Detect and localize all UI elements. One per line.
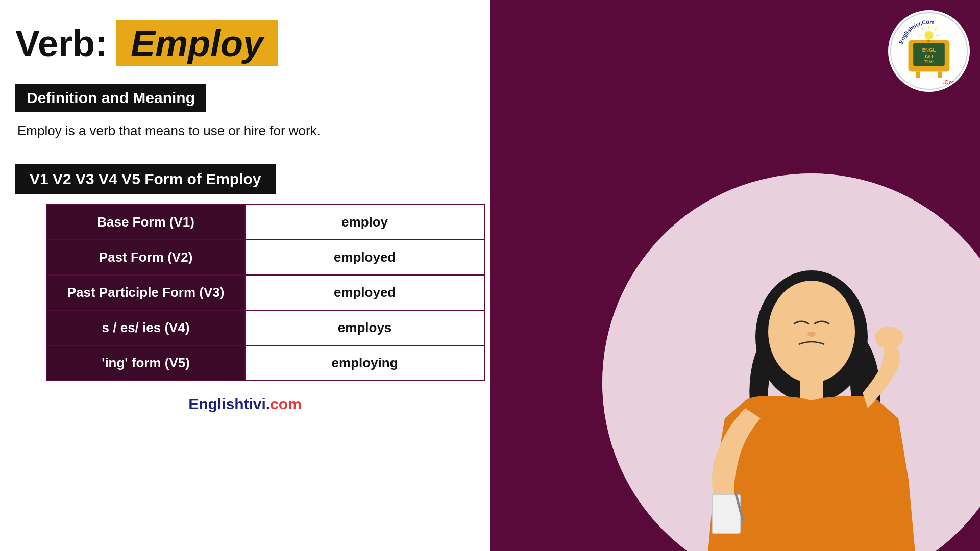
svg-point-9 xyxy=(924,31,933,40)
logo-circle: Englishtivi.Com ENGL ISH TIVI xyxy=(888,10,970,92)
table-label-cell: 'ing' form (V5) xyxy=(46,345,245,381)
footer-red: com xyxy=(270,395,302,412)
svg-text:ISH: ISH xyxy=(925,53,933,59)
verb-label: Verb: xyxy=(15,22,107,64)
table-value-cell: employ xyxy=(245,205,484,240)
table-label-cell: s / es/ ies (V4) xyxy=(46,310,245,345)
footer-brand: Englishtivi.com xyxy=(15,395,475,413)
definition-heading: Definition and Meaning xyxy=(15,84,206,112)
verb-forms-table: Base Form (V1)employPast Form (V2)employ… xyxy=(46,204,485,381)
svg-rect-23 xyxy=(712,495,740,533)
svg-rect-21 xyxy=(800,380,823,400)
right-panel: Englishtivi.Com ENGL ISH TIVI xyxy=(490,0,980,551)
table-value-cell: employing xyxy=(245,345,484,381)
logo-svg: Englishtivi.Com ENGL ISH TIVI xyxy=(890,10,968,92)
table-value-cell: employed xyxy=(245,275,484,310)
svg-point-22 xyxy=(875,327,903,349)
definition-text: Employ is a verb that means to use or hi… xyxy=(15,123,475,139)
table-label-cell: Base Form (V1) xyxy=(46,205,245,240)
person-circle xyxy=(602,173,980,551)
table-row: 'ing' form (V5)employing xyxy=(46,345,484,381)
left-panel: Verb: Employ Definition and Meaning Empl… xyxy=(0,0,490,551)
verb-word: Employ xyxy=(116,20,278,66)
footer-blue: Englishtivi xyxy=(188,395,266,412)
title-row: Verb: Employ xyxy=(15,20,475,66)
svg-rect-10 xyxy=(927,40,930,42)
forms-heading: V1 V2 V3 V4 V5 Form of Employ xyxy=(15,164,276,194)
table-row: Base Form (V1)employ xyxy=(46,205,484,240)
svg-rect-8 xyxy=(938,71,942,78)
svg-text:ENGL: ENGL xyxy=(922,47,936,53)
svg-rect-7 xyxy=(916,71,920,78)
table-label-cell: Past Participle Form (V3) xyxy=(46,275,245,310)
svg-text:TIVI: TIVI xyxy=(924,59,934,64)
svg-point-20 xyxy=(807,332,816,337)
table-value-cell: employs xyxy=(245,310,484,345)
footer-dot: . xyxy=(266,395,270,412)
table-row: s / es/ ies (V4)employs xyxy=(46,310,484,345)
table-label-cell: Past Form (V2) xyxy=(46,240,245,275)
person-svg xyxy=(602,173,980,551)
table-row: Past Participle Form (V3)employed xyxy=(46,275,484,310)
table-row: Past Form (V2)employed xyxy=(46,240,484,275)
table-value-cell: employed xyxy=(245,240,484,275)
svg-text:.Com: .Com xyxy=(943,79,958,85)
